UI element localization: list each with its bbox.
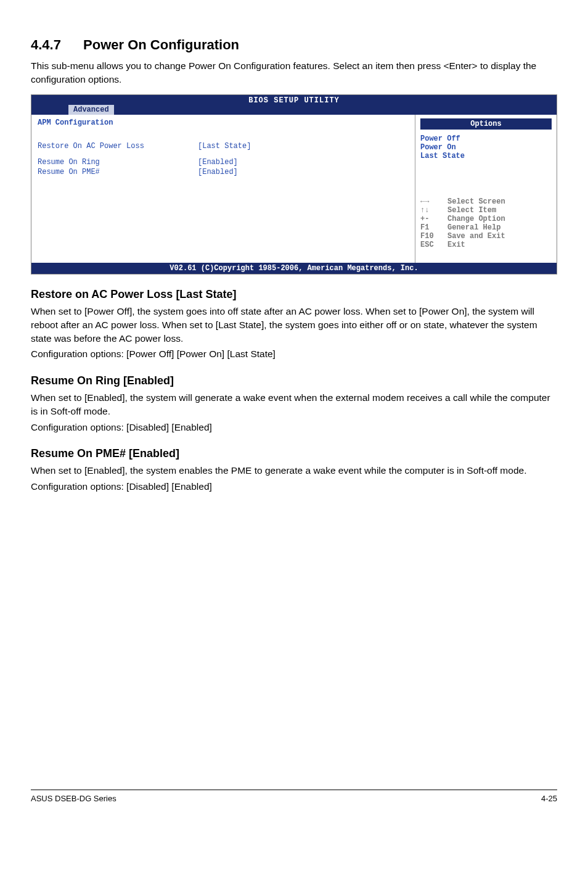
help-text: General Help bbox=[447, 223, 500, 232]
bios-help-list: ←→Select Screen ↑↓Select Item +-Change O… bbox=[420, 197, 552, 249]
bios-row-label: Restore On AC Power Loss bbox=[38, 142, 198, 151]
bios-help-row: ←→Select Screen bbox=[420, 197, 552, 206]
help-text: Exit bbox=[447, 241, 465, 249]
section-title: Power On Configuration bbox=[83, 37, 239, 52]
subsection-body: When set to [Power Off], the system goes… bbox=[31, 305, 557, 345]
bios-left-panel: APM Configuration Restore On AC Power Lo… bbox=[31, 115, 415, 263]
footer-right: 4-25 bbox=[541, 794, 557, 803]
subsection-config: Configuration options: [Disabled] [Enabl… bbox=[31, 480, 557, 493]
help-key: ←→ bbox=[420, 197, 447, 206]
help-text: Save and Exit bbox=[447, 232, 505, 241]
bios-right-panel: Options Power Off Power On Last State ←→… bbox=[415, 115, 557, 263]
help-key: F1 bbox=[420, 223, 447, 232]
bios-header: BIOS SETUP UTILITY Advanced bbox=[31, 95, 557, 115]
subsection-title: Restore on AC Power Loss [Last State] bbox=[31, 288, 557, 301]
bios-tab-advanced: Advanced bbox=[68, 105, 114, 115]
bios-option: Power On bbox=[420, 143, 552, 152]
section-number: 4.4.7 bbox=[31, 37, 61, 53]
bios-help-row: F1General Help bbox=[420, 223, 552, 232]
bios-screenshot: BIOS SETUP UTILITY Advanced APM Configur… bbox=[31, 94, 557, 274]
bios-tab-row: Advanced bbox=[31, 105, 557, 115]
bios-option: Power Off bbox=[420, 134, 552, 143]
help-text: Select Screen bbox=[447, 197, 505, 206]
bios-body: APM Configuration Restore On AC Power Lo… bbox=[31, 115, 557, 263]
page-footer: ASUS DSEB-DG Series 4-25 bbox=[31, 790, 557, 803]
subsection-title: Resume On Ring [Enabled] bbox=[31, 374, 557, 387]
bios-help-row: F10Save and Exit bbox=[420, 232, 552, 241]
help-key: F10 bbox=[420, 232, 447, 241]
help-text: Change Option bbox=[447, 215, 505, 223]
bios-row-value: [Enabled] bbox=[198, 168, 238, 176]
subsection-title: Resume On PME# [Enabled] bbox=[31, 447, 557, 460]
bios-panel-title: APM Configuration bbox=[38, 118, 409, 127]
bios-row-value: [Enabled] bbox=[198, 158, 238, 167]
bios-option: Last State bbox=[420, 152, 552, 160]
bios-footer: V02.61 (C)Copyright 1985-2006, American … bbox=[31, 263, 557, 274]
section-heading: 4.4.7 Power On Configuration bbox=[31, 37, 557, 53]
bios-row: Resume On PME# [Enabled] bbox=[38, 168, 409, 176]
bios-help-row: ESCExit bbox=[420, 241, 552, 249]
bios-title: BIOS SETUP UTILITY bbox=[31, 96, 557, 105]
bios-row-label: Resume On Ring bbox=[38, 158, 198, 167]
subsection-config: Configuration options: [Power Off] [Powe… bbox=[31, 347, 557, 361]
subsection-body: When set to [Enabled], the system will g… bbox=[31, 391, 557, 418]
footer-left: ASUS DSEB-DG Series bbox=[31, 794, 116, 803]
help-key: ESC bbox=[420, 241, 447, 249]
bios-row-value: [Last State] bbox=[198, 142, 251, 151]
bios-help-row: +-Change Option bbox=[420, 215, 552, 223]
bios-row: Resume On Ring [Enabled] bbox=[38, 158, 409, 167]
bios-options-list: Power Off Power On Last State bbox=[420, 134, 552, 160]
help-key: +- bbox=[420, 215, 447, 223]
bios-row: Restore On AC Power Loss [Last State] bbox=[38, 142, 409, 151]
help-key: ↑↓ bbox=[420, 206, 447, 215]
section-intro: This sub-menu allows you to change Power… bbox=[31, 59, 557, 86]
subsection-body: When set to [Enabled], the system enable… bbox=[31, 464, 557, 477]
bios-options-title: Options bbox=[420, 118, 552, 130]
bios-help-row: ↑↓Select Item bbox=[420, 206, 552, 215]
help-text: Select Item bbox=[447, 206, 496, 215]
bios-row-label: Resume On PME# bbox=[38, 168, 198, 176]
subsection-config: Configuration options: [Disabled] [Enabl… bbox=[31, 421, 557, 434]
